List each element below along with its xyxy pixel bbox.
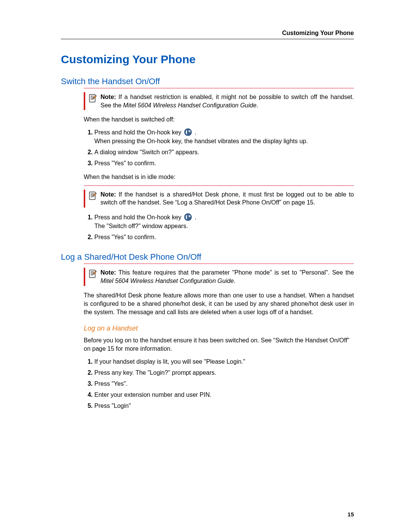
note-lead: Note: (100, 191, 116, 198)
step-text: Press "Login" (94, 403, 131, 409)
step-text: Press "Yes" to confirm. (94, 234, 156, 240)
list-item: Press any key. The "Login?" prompt appea… (94, 368, 354, 377)
step-list: Press and hold the On-hook key . When pr… (84, 128, 354, 168)
note-text: Note: If the handset is a shared/Hot Des… (100, 190, 354, 207)
paragraph: When the handset is in idle mode: (84, 173, 354, 181)
page-number: 15 (347, 511, 354, 518)
note-box: Note: If a handset restriction is enable… (84, 92, 354, 110)
step-text: Press "Yes". (94, 380, 127, 387)
note-icon (88, 94, 97, 103)
note-body: If the handset is a shared/Hot Desk phon… (100, 191, 354, 206)
list-item: Press "Yes" to confirm. (94, 159, 354, 168)
running-header: Customizing Your Phone (61, 30, 354, 39)
page: Customizing Your Phone Customizing Your … (0, 0, 411, 532)
step-subtext: The "Switch off?" window appears. (94, 223, 188, 229)
section-switch-handset: Switch the Handset On/Off (61, 77, 354, 86)
subheading-log-on: Log on a Handset (84, 324, 354, 332)
step-text: If your handset display is lit, you will… (94, 358, 245, 365)
step-text: Press and hold the On-hook key (94, 214, 183, 220)
on-hook-icon (184, 213, 192, 221)
step-list: Press and hold the On-hook key . The "Sw… (84, 213, 354, 242)
list-item: Press "Login" (94, 401, 354, 410)
step-text: Press "Yes" to confirm. (94, 160, 156, 166)
step-text: A dialog window "Switch on?" appears. (94, 149, 199, 155)
note-reference: Mitel 5604 Wireless Handset Configuratio… (100, 278, 234, 284)
step-subtext: When pressing the On-hook key, the hands… (94, 138, 308, 144)
paragraph: When the handset is switched off: (84, 115, 354, 124)
on-hook-icon (184, 128, 192, 136)
step-text: . (194, 129, 196, 136)
note-icon (88, 269, 97, 278)
step-text: Enter your extension number and user PIN… (94, 391, 212, 398)
list-item: Enter your extension number and user PIN… (94, 390, 354, 399)
step-text: Press any key. The "Login?" prompt appea… (94, 369, 216, 376)
list-item: Press "Yes" to confirm. (94, 233, 354, 241)
note-text: Note: This feature requires that the par… (100, 268, 354, 285)
rule (84, 264, 354, 264)
step-list: If your handset display is lit, you will… (84, 357, 354, 411)
note-text: Note: If a handset restriction is enable… (100, 93, 354, 109)
list-item: Press "Yes". (94, 379, 354, 388)
rule (84, 88, 354, 88)
paragraph: Before you log on to the handset ensure … (84, 336, 354, 353)
list-item: A dialog window "Switch on?" appears. (94, 148, 354, 157)
note-body: This feature requires that the parameter… (116, 269, 354, 276)
page-title: Customizing Your Phone (61, 53, 354, 66)
list-item: Press and hold the On-hook key . The "Sw… (94, 213, 354, 230)
step-text: . (194, 214, 196, 220)
note-icon (88, 191, 97, 200)
list-item: If your handset display is lit, you will… (94, 357, 354, 366)
step-text: Press and hold the On-hook key (94, 129, 183, 136)
note-tail: . (256, 102, 258, 109)
note-reference: Mitel 5604 Wireless Handset Configuratio… (123, 102, 256, 109)
section-log-shared: Log a Shared/Hot Desk Phone On/Off (61, 252, 354, 262)
note-lead: Note: (100, 269, 116, 276)
list-item: Press and hold the On-hook key . When pr… (94, 128, 354, 145)
note-box: Note: This feature requires that the par… (84, 268, 354, 286)
note-tail: . (234, 278, 235, 284)
rule (84, 185, 354, 186)
paragraph: The shared/Hot Desk phone feature allows… (84, 291, 354, 317)
note-lead: Note: (100, 94, 116, 100)
note-box: Note: If the handset is a shared/Hot Des… (84, 190, 354, 208)
